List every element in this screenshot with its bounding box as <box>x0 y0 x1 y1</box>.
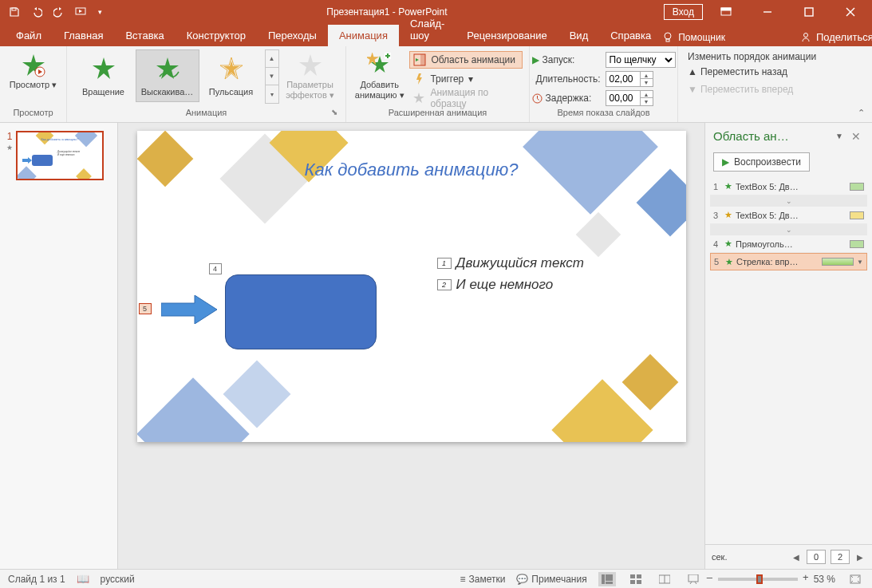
lightbulb-icon <box>662 32 673 43</box>
trigger-button[interactable]: Триггер ▾ <box>409 70 523 88</box>
tab-review[interactable]: Рецензирование <box>456 25 558 46</box>
svg-point-10 <box>803 33 807 37</box>
slide-canvas[interactable]: Как добавить анимацию? 1Движущийся текст… <box>137 131 686 442</box>
anim-list-item-1[interactable]: 1 ★ TextBox 5: Дв… <box>710 178 867 195</box>
ribbon-display-icon[interactable] <box>708 0 744 24</box>
animation-pane-button[interactable]: Область анимации <box>409 51 523 69</box>
effect-options-icon <box>298 53 323 78</box>
tab-transitions[interactable]: Переходы <box>257 25 328 46</box>
preview-play-icon <box>21 53 46 78</box>
comments-button[interactable]: 💬Примечания <box>516 574 586 585</box>
tab-insert[interactable]: Вставка <box>114 25 175 46</box>
save-icon[interactable] <box>5 2 24 22</box>
spellcheck-icon[interactable]: 📖 <box>77 573 89 585</box>
close-icon[interactable] <box>832 0 869 24</box>
effect-rotation[interactable]: Вращение <box>72 49 136 102</box>
animation-list: 1 ★ TextBox 5: Дв… ⌄ 3 ★ TextBox 5: Дв… … <box>705 178 872 544</box>
tab-slideshow[interactable]: Слайд-шоу <box>399 13 456 46</box>
slide-counter[interactable]: Слайд 1 из 1 <box>8 574 65 585</box>
anim-tag-4[interactable]: 4 <box>209 263 222 274</box>
anim-tag-2[interactable]: 2 <box>437 279 452 290</box>
assistant-label: Помощник <box>678 32 725 43</box>
play-animation-button[interactable]: ▶ Воспроизвести <box>713 152 810 172</box>
status-bar: Слайд 1 из 1 📖 русский ≡Заметки 💬Примеча… <box>0 569 872 588</box>
undo-icon[interactable] <box>27 2 46 22</box>
arrow-shape[interactable] <box>161 295 217 324</box>
star-icon: ★ <box>724 181 732 191</box>
anim-list-item-5[interactable]: 5 ★ Стрелка: впр… ▼ <box>710 253 867 270</box>
zoom-slider[interactable] <box>718 578 798 581</box>
comments-icon: 💬 <box>516 574 528 585</box>
anim-list-item-4[interactable]: 4 ★ Прямоуголь… <box>710 235 867 253</box>
slide-thumbnails-panel: 1 ★ Как добавить анимацию? Движущийся те… <box>0 123 118 569</box>
share-button[interactable]: Поделиться <box>794 31 872 43</box>
pane-close-icon[interactable]: ✕ <box>848 130 864 143</box>
timing-bar <box>822 258 854 266</box>
duration-spinner[interactable]: ▲▼ <box>606 71 653 87</box>
duration-input[interactable] <box>606 72 640 86</box>
anim-tag-1[interactable]: 1 <box>437 258 452 269</box>
start-select[interactable]: По щелчку <box>606 52 676 68</box>
delay-clock-icon <box>532 93 543 104</box>
delay-spinner[interactable]: ▲▼ <box>606 90 653 106</box>
duration-down[interactable]: ▼ <box>640 79 653 86</box>
add-animation-button[interactable]: Добавить анимацию ▾ <box>353 49 406 101</box>
reorder-header: Изменить порядок анимации <box>688 51 816 62</box>
item-dropdown-icon[interactable]: ▼ <box>857 258 863 266</box>
fit-window-icon[interactable] <box>846 572 864 586</box>
slide-title[interactable]: Как добавить анимацию? <box>137 160 686 180</box>
svg-marker-26 <box>413 93 424 103</box>
tab-view[interactable]: Вид <box>558 25 600 46</box>
pane-options-icon[interactable]: ▼ <box>831 132 848 140</box>
group-preview-label: Просмотр <box>13 108 53 120</box>
expand-row[interactable]: ⌄ <box>710 195 867 207</box>
rounded-rectangle-shape[interactable] <box>225 274 377 349</box>
tab-animation[interactable]: Анимация <box>328 25 399 46</box>
tab-designer[interactable]: Конструктор <box>176 25 257 46</box>
move-earlier-button[interactable]: ▲Переместить назад <box>688 64 816 80</box>
anim-list-item-3[interactable]: 3 ★ TextBox 5: Дв… <box>710 207 867 224</box>
minimize-icon[interactable] <box>749 0 786 24</box>
effect-pulse[interactable]: Пульсация <box>199 49 263 102</box>
slideshow-view-icon[interactable] <box>685 572 702 586</box>
star-icon: ★ <box>725 257 733 267</box>
svg-rect-31 <box>606 582 613 584</box>
sorter-view-icon[interactable] <box>627 572 645 586</box>
duration-up[interactable]: ▲ <box>640 72 653 79</box>
notes-button[interactable]: ≡Заметки <box>460 574 505 585</box>
slideshow-icon[interactable] <box>72 2 91 22</box>
effect-options-label: Параметры эффектов <box>286 80 333 100</box>
reading-view-icon[interactable] <box>656 572 673 586</box>
preview-button[interactable]: Просмотр ▾ <box>6 49 61 90</box>
timeline-prev-icon[interactable]: ◀ <box>791 553 802 562</box>
anim-tag-5[interactable]: 5 <box>139 303 152 314</box>
collapse-ribbon-icon[interactable]: ⌃ <box>854 106 867 119</box>
delay-up[interactable]: ▲ <box>640 91 653 98</box>
redo-icon[interactable] <box>49 2 69 22</box>
svg-rect-3 <box>721 8 731 10</box>
maximize-icon[interactable] <box>791 0 827 24</box>
gallery-up-icon[interactable]: ▲ <box>266 50 278 68</box>
tab-home[interactable]: Главная <box>53 25 114 46</box>
gallery-down-icon[interactable]: ▼ <box>266 68 278 85</box>
share-icon <box>800 32 811 43</box>
delay-input[interactable] <box>606 91 640 105</box>
zoom-level[interactable]: 53 % <box>814 574 835 585</box>
login-button[interactable]: Вход <box>664 4 703 20</box>
normal-view-icon[interactable] <box>598 572 616 586</box>
qat-more-icon[interactable]: ▾ <box>94 2 105 22</box>
expand-row[interactable]: ⌄ <box>710 224 867 235</box>
up-arrow-icon: ▲ <box>688 66 697 77</box>
pane-footer: сек. ◀ 0 2 ▶ <box>705 544 872 569</box>
effect-bounce[interactable]: Выскакива… <box>136 49 199 102</box>
tab-file[interactable]: Файл <box>5 25 53 46</box>
slide-thumbnail-1[interactable]: Как добавить анимацию? Движущийся текстИ… <box>16 131 104 180</box>
tell-me[interactable]: Помощник <box>662 32 725 43</box>
animation-dialog-launcher[interactable]: ⬊ <box>329 108 339 116</box>
timeline-next-icon[interactable]: ▶ <box>854 553 866 562</box>
language-indicator[interactable]: русский <box>101 574 135 585</box>
tab-help[interactable]: Справка <box>599 25 662 46</box>
slide-textbox[interactable]: 1Движущийся текст 2И еще немного <box>437 252 584 295</box>
gallery-more-icon[interactable]: ▾ <box>266 85 278 103</box>
delay-down[interactable]: ▼ <box>640 98 653 105</box>
